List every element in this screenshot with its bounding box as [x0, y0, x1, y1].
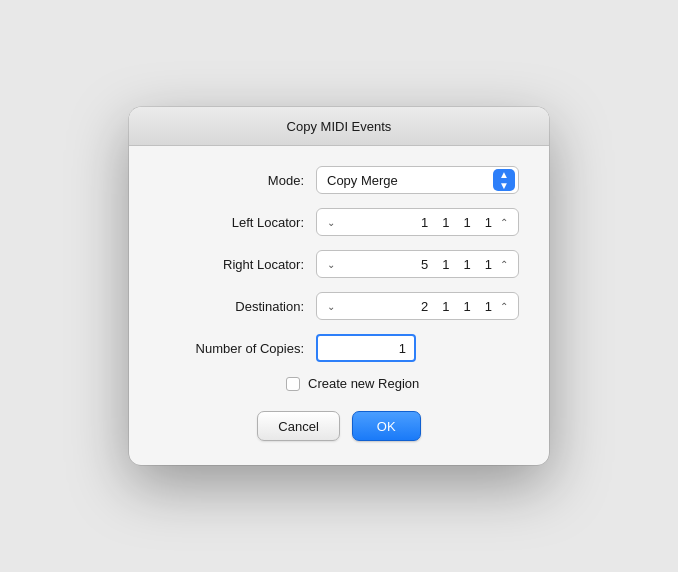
dialog-title: Copy MIDI Events: [287, 119, 392, 134]
right-locator-down-icon[interactable]: ⌄: [323, 257, 339, 272]
cancel-button[interactable]: Cancel: [257, 411, 339, 441]
destination-up-icon[interactable]: ⌃: [496, 299, 512, 314]
mode-select-container: Copy Merge Copy Replace Merge ▲ ▼: [316, 166, 519, 194]
mode-label: Mode:: [159, 173, 304, 188]
right-locator-row: Right Locator: ⌄ 5 1 1 1 ⌃: [159, 250, 519, 278]
left-locator-row: Left Locator: ⌄ 1 1 1 1 ⌃: [159, 208, 519, 236]
dialog-content: Mode: Copy Merge Copy Replace Merge ▲ ▼ …: [129, 146, 549, 362]
copy-midi-events-dialog: Copy MIDI Events Mode: Copy Merge Copy R…: [129, 107, 549, 465]
left-locator-label: Left Locator:: [159, 215, 304, 230]
ok-button[interactable]: OK: [352, 411, 421, 441]
right-locator-label: Right Locator:: [159, 257, 304, 272]
destination-v4: 1: [485, 299, 492, 314]
destination-v2: 1: [442, 299, 449, 314]
left-locator-v1: 1: [421, 215, 428, 230]
right-locator-values: 5 1 1 1: [339, 257, 496, 272]
title-bar: Copy MIDI Events: [129, 107, 549, 146]
right-locator-v4: 1: [485, 257, 492, 272]
left-locator-v4: 1: [485, 215, 492, 230]
destination-row: Destination: ⌄ 2 1 1 1 ⌃: [159, 292, 519, 320]
left-locator-values: 1 1 1 1: [339, 215, 496, 230]
left-locator-container: ⌄ 1 1 1 1 ⌃: [316, 208, 519, 236]
destination-container: ⌄ 2 1 1 1 ⌃: [316, 292, 519, 320]
copies-row: Number of Copies:: [159, 334, 519, 362]
destination-v3: 1: [464, 299, 471, 314]
right-locator-up-icon[interactable]: ⌃: [496, 257, 512, 272]
destination-label: Destination:: [159, 299, 304, 314]
left-locator-up-icon[interactable]: ⌃: [496, 215, 512, 230]
create-region-label: Create new Region: [308, 376, 419, 391]
button-row: Cancel OK: [129, 411, 549, 441]
destination-v1: 2: [421, 299, 428, 314]
create-region-row: Create new Region: [129, 376, 549, 391]
right-locator-v1: 5: [421, 257, 428, 272]
left-locator-v3: 1: [464, 215, 471, 230]
destination-values: 2 1 1 1: [339, 299, 496, 314]
create-region-checkbox[interactable]: [286, 377, 300, 391]
mode-select[interactable]: Copy Merge Copy Replace Merge: [316, 166, 519, 194]
copies-input[interactable]: [316, 334, 416, 362]
copies-label: Number of Copies:: [159, 341, 304, 356]
right-locator-container: ⌄ 5 1 1 1 ⌃: [316, 250, 519, 278]
left-locator-v2: 1: [442, 215, 449, 230]
mode-row: Mode: Copy Merge Copy Replace Merge ▲ ▼: [159, 166, 519, 194]
destination-down-icon[interactable]: ⌄: [323, 299, 339, 314]
right-locator-v3: 1: [464, 257, 471, 272]
right-locator-v2: 1: [442, 257, 449, 272]
left-locator-down-icon[interactable]: ⌄: [323, 215, 339, 230]
